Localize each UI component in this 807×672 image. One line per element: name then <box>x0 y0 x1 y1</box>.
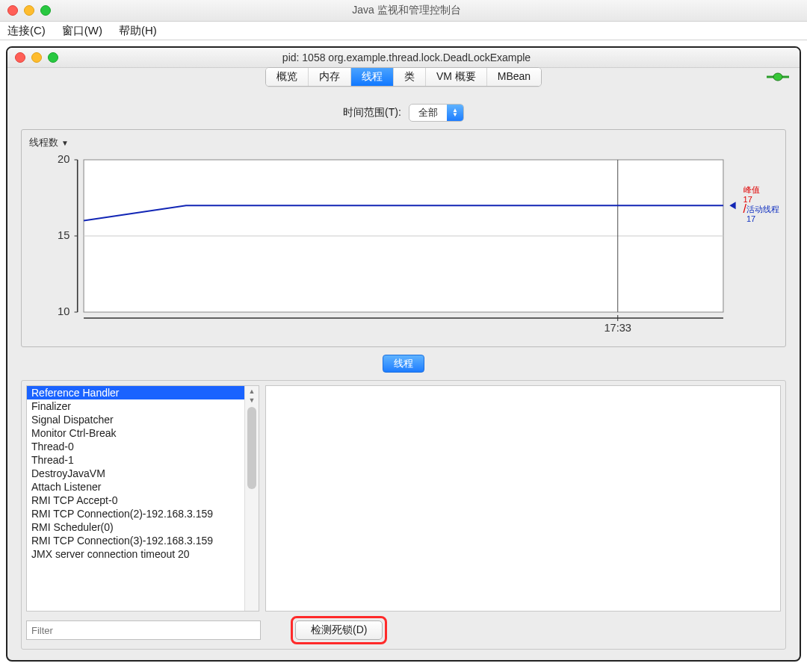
thread-list-item[interactable]: DestroyJavaVM <box>27 467 244 480</box>
menu-window[interactable]: 窗口(W) <box>62 24 102 38</box>
threads-section-button[interactable]: 线程 <box>383 355 424 373</box>
close-icon[interactable] <box>7 5 18 16</box>
outer-titlebar: Java 监视和管理控制台 <box>0 0 807 22</box>
minimize-icon[interactable] <box>31 52 42 63</box>
time-range-label: 时间范围(T): <box>343 106 401 119</box>
svg-point-1 <box>773 73 782 81</box>
chart-title: 线程数 <box>29 136 58 149</box>
menubar: 连接(C) 窗口(W) 帮助(H) <box>0 22 807 40</box>
tabs: 概览 内存 线程 类 VM 概要 MBean <box>265 67 542 87</box>
legend-live-label: 活动线程 <box>746 205 779 214</box>
tab-vm[interactable]: VM 概要 <box>426 68 487 86</box>
tab-threads[interactable]: 线程 <box>351 68 394 86</box>
inner-window-title: pid: 1058 org.example.thread.lock.DeadLo… <box>58 52 755 63</box>
close-icon[interactable] <box>15 52 25 63</box>
thread-list-wrap: Reference HandlerFinalizerSignal Dispatc… <box>26 385 259 612</box>
thread-list-item[interactable]: RMI TCP Accept-0 <box>27 494 244 507</box>
thread-list-item[interactable]: Thread-0 <box>27 440 244 453</box>
chart-legend: 峰值 17 / 活动线程 17 <box>743 185 779 224</box>
thread-list-item[interactable]: RMI TCP Connection(3)-192.168.3.159 <box>27 534 244 547</box>
menu-connection[interactable]: 连接(C) <box>7 24 46 38</box>
thread-list-item[interactable]: JMX server connection timeout 20 <box>27 547 244 561</box>
time-range-select[interactable]: 全部 ▲▼ <box>409 104 464 122</box>
legend-peak-label: 峰值 <box>743 185 760 194</box>
thread-list-item[interactable]: Reference Handler <box>27 386 244 399</box>
svg-text:15: 15 <box>58 229 69 241</box>
detect-deadlock-highlight: 检测死锁(D) <box>291 616 387 644</box>
legend-live-value: 17 <box>746 214 755 223</box>
outer-traffic-lights <box>7 5 51 16</box>
thread-list-item[interactable]: Monitor Ctrl-Break <box>27 426 244 440</box>
thread-filter-input[interactable] <box>26 620 261 640</box>
zoom-icon[interactable] <box>40 5 51 16</box>
connection-status-icon <box>767 71 789 83</box>
inner-window: pid: 1058 org.example.thread.lock.DeadLo… <box>6 46 801 662</box>
thread-list-scrollbar[interactable]: ▲ ▼ <box>244 386 259 611</box>
inner-titlebar: pid: 1058 org.example.thread.lock.DeadLo… <box>7 48 800 68</box>
stepper-icon[interactable]: ▲▼ <box>447 105 463 121</box>
thread-list-item[interactable]: Finalizer <box>27 399 244 413</box>
thread-list-item[interactable]: Thread-1 <box>27 453 244 467</box>
chart-panel: 线程数 ▼ 10152017:33 峰值 17 / <box>21 129 786 347</box>
thread-count-chart: 10152017:33 峰值 17 / 活动线程 17 <box>29 152 778 339</box>
tab-mbean[interactable]: MBean <box>487 68 541 86</box>
inner-traffic-lights <box>15 52 58 63</box>
tab-classes[interactable]: 类 <box>394 68 426 86</box>
thread-list-item[interactable]: RMI Scheduler(0) <box>27 520 244 534</box>
chevron-down-icon[interactable]: ▼ <box>61 139 69 147</box>
thread-list[interactable]: Reference HandlerFinalizerSignal Dispatc… <box>27 386 244 611</box>
thread-list-item[interactable]: Attach Listener <box>27 480 244 494</box>
scroll-thumb[interactable] <box>247 407 256 489</box>
zoom-icon[interactable] <box>48 52 58 63</box>
threads-panel: Reference HandlerFinalizerSignal Dispatc… <box>21 380 786 650</box>
thread-list-item[interactable]: Signal Dispatcher <box>27 413 244 426</box>
outer-window-title: Java 监视和管理控制台 <box>51 4 762 17</box>
time-range-row: 时间范围(T): 全部 ▲▼ <box>21 104 786 122</box>
thread-detail-pane <box>265 385 781 612</box>
time-range-value: 全部 <box>409 105 447 121</box>
tab-memory[interactable]: 内存 <box>309 68 351 86</box>
svg-text:20: 20 <box>58 153 69 165</box>
detect-deadlock-button[interactable]: 检测死锁(D) <box>295 620 383 640</box>
thread-list-item[interactable]: RMI TCP Connection(2)-192.168.3.159 <box>27 507 244 520</box>
tabs-row: 概览 内存 线程 类 VM 概要 MBean <box>7 68 800 92</box>
scroll-down-icon[interactable]: ▼ <box>245 396 259 404</box>
scroll-up-icon[interactable]: ▲ <box>245 388 259 395</box>
threads-section-header: 线程 <box>21 355 786 373</box>
svg-text:17:33: 17:33 <box>604 322 631 334</box>
tab-overview[interactable]: 概览 <box>266 68 309 86</box>
outer-window: Java 监视和管理控制台 连接(C) 窗口(W) 帮助(H) pid: 105… <box>0 0 807 672</box>
menu-help[interactable]: 帮助(H) <box>119 24 157 38</box>
svg-text:10: 10 <box>58 305 69 317</box>
minimize-icon[interactable] <box>24 5 34 16</box>
